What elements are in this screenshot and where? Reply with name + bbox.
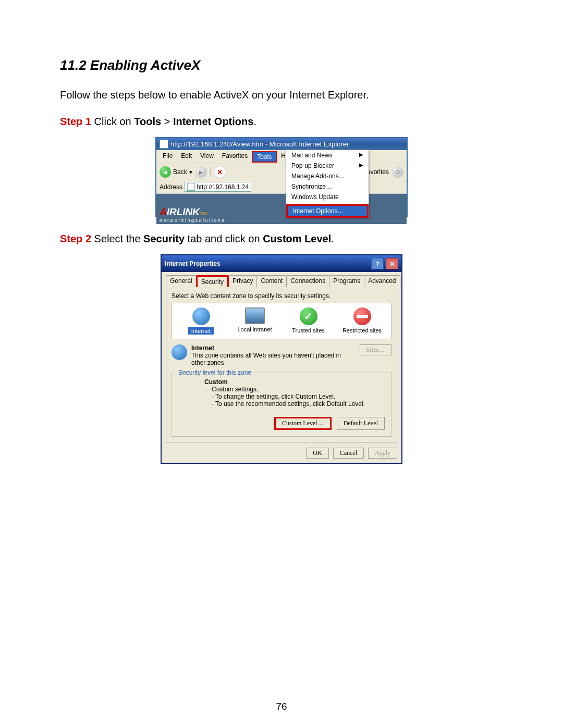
menu-file[interactable]: File xyxy=(158,151,177,163)
step-1: Step 1 Click on Tools > Internet Options… xyxy=(60,116,503,128)
monitor-icon xyxy=(245,307,265,324)
tools-dropdown-menu: Mail and News▶ Pop-up Blocker▶ Manage Ad… xyxy=(286,150,369,218)
ie-icon xyxy=(160,140,168,149)
menu-item-update[interactable]: Windows Update xyxy=(286,192,369,202)
back-arrow-icon: ◄ xyxy=(160,166,171,178)
page-content-bar: AIRLINK101 n e t w o r k i n g s o l u t… xyxy=(156,194,407,224)
custom-line-1: - To change the settings, click Custom L… xyxy=(212,393,385,400)
menu-edit[interactable]: Edit xyxy=(177,151,196,163)
tab-security[interactable]: Security xyxy=(196,275,229,287)
globe-icon xyxy=(172,344,187,360)
deny-icon xyxy=(353,307,371,325)
tab-privacy[interactable]: Privacy xyxy=(228,275,257,287)
chevron-right-icon: ▶ xyxy=(359,162,363,169)
security-level-fieldset: Security level for this zone Custom Cust… xyxy=(172,373,391,437)
sites-button[interactable]: Sites… xyxy=(360,344,391,355)
tab-connections[interactable]: Connections xyxy=(286,275,329,287)
menu-favorites[interactable]: Favorites xyxy=(218,151,252,163)
history-button[interactable]: ⟳ xyxy=(392,166,403,178)
help-button[interactable]: ? xyxy=(371,258,384,269)
fieldset-legend: Security level for this zone xyxy=(176,369,253,376)
zone-intranet[interactable]: Local intranet xyxy=(234,307,276,335)
dialog-actions: OK Cancel Apply xyxy=(166,442,397,459)
zone-info: Internet This zone contains all Web site… xyxy=(172,344,391,366)
zone-hint: Select a Web content zone to specify its… xyxy=(172,292,391,300)
step-1-label: Step 1 xyxy=(60,116,91,127)
forward-button[interactable]: ► xyxy=(195,166,207,178)
ie-menubar: File Edit View Favorites Tools Help xyxy=(156,150,407,164)
tab-content[interactable]: Content xyxy=(256,275,287,287)
custom-sub: Custom settings. xyxy=(212,386,385,393)
globe-icon xyxy=(192,307,210,325)
page-icon xyxy=(187,183,195,191)
step-2: Step 2 Select the Security tab and click… xyxy=(60,233,503,245)
check-icon: ✓ xyxy=(300,307,317,325)
dialog-title-bar: Internet Properties ? ✕ xyxy=(162,255,401,272)
zone-internet[interactable]: Internet xyxy=(180,307,222,335)
ie-screenshot: http://192.168.1.240/Aview.htm - Microso… xyxy=(155,137,408,217)
zone-restricted[interactable]: Restricted sites xyxy=(341,307,383,335)
custom-title: Custom xyxy=(204,378,385,386)
page-number: 76 xyxy=(0,701,563,712)
address-value: http://192.168.1.24 xyxy=(197,183,249,191)
address-label: Address xyxy=(160,183,182,191)
stop-button[interactable]: ✕ xyxy=(214,166,226,178)
airlink-logo: AIRLINK101 n e t w o r k i n g s o l u t… xyxy=(156,205,227,224)
address-box[interactable]: http://192.168.1.24 xyxy=(185,182,251,192)
ie-title-text: http://192.168.1.240/Aview.htm - Microso… xyxy=(170,140,349,148)
tab-general[interactable]: General xyxy=(166,275,197,287)
step-2-label: Step 2 xyxy=(60,233,91,244)
ok-button[interactable]: OK xyxy=(306,448,328,459)
menu-item-mail[interactable]: Mail and News▶ xyxy=(286,150,369,161)
intro-text: Follow the steps below to enable ActiveX… xyxy=(60,89,503,101)
tab-advanced[interactable]: Advanced xyxy=(364,275,400,287)
dialog-tabs: General Security Privacy Content Connect… xyxy=(166,275,397,287)
menu-item-internet-options[interactable]: Internet Options… xyxy=(286,204,369,218)
ie-toolbar: ◄Back ▾ ► ✕ ★Favorites ⟳ xyxy=(156,164,407,180)
menu-tools[interactable]: Tools xyxy=(252,151,277,163)
address-bar: Address http://192.168.1.24 xyxy=(156,180,407,194)
apply-button[interactable]: Apply xyxy=(368,448,397,459)
zone-list: Internet Local intranet ✓ Trusted sites … xyxy=(172,303,391,339)
dialog-title-text: Internet Properties xyxy=(165,260,221,267)
separator xyxy=(210,167,211,177)
zone-description: This zone contains all Web sites you hav… xyxy=(191,352,356,366)
cancel-button[interactable]: Cancel xyxy=(333,448,364,459)
default-level-button[interactable]: Default Level xyxy=(337,417,385,430)
chevron-right-icon: ▶ xyxy=(359,152,363,159)
ie-title-bar: http://192.168.1.240/Aview.htm - Microso… xyxy=(156,138,407,150)
menu-item-sync[interactable]: Synchronize… xyxy=(286,181,369,192)
close-button[interactable]: ✕ xyxy=(386,258,398,269)
menu-item-popup[interactable]: Pop-up Blocker▶ xyxy=(286,161,369,171)
section-title: 11.2 Enabling ActiveX xyxy=(60,57,503,73)
custom-level-button[interactable]: Custom Level… xyxy=(274,417,332,430)
zone-title: Internet xyxy=(191,344,356,352)
tab-programs[interactable]: Programs xyxy=(329,275,364,287)
x-icon: ✕ xyxy=(217,168,223,176)
back-button[interactable]: ◄Back ▾ xyxy=(160,166,192,178)
zone-trusted[interactable]: ✓ Trusted sites xyxy=(288,307,329,335)
internet-properties-dialog: Internet Properties ? ✕ General Security… xyxy=(161,254,402,464)
menu-item-addons[interactable]: Manage Add-ons… xyxy=(286,171,369,181)
menu-view[interactable]: View xyxy=(196,151,218,163)
custom-line-2: - To use the recommended settings, click… xyxy=(212,400,385,408)
